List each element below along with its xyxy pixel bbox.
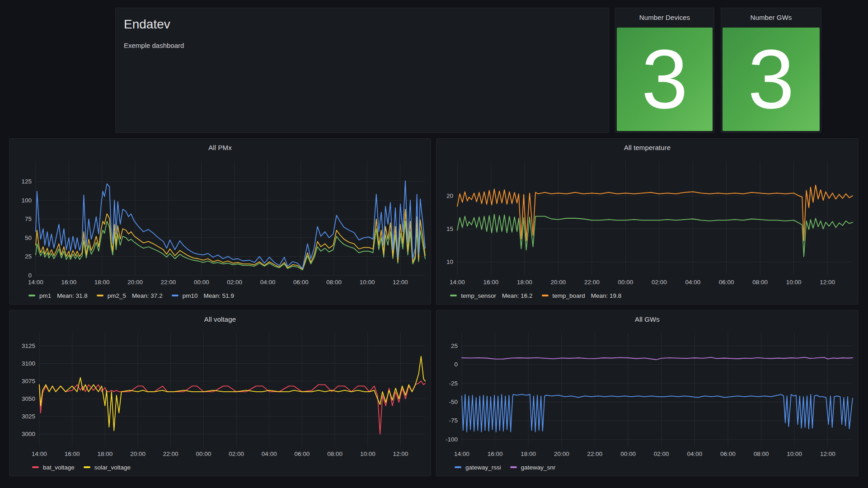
- svg-text:20:00: 20:00: [551, 279, 566, 286]
- panel-title-number-devices[interactable]: Number Devices: [615, 8, 714, 27]
- legend-item-solar_voltage[interactable]: solar_voltage: [84, 464, 131, 471]
- svg-text:22:00: 22:00: [587, 450, 603, 457]
- legend-series-name: gateway_snr: [521, 464, 556, 471]
- legend-swatch: [84, 466, 90, 468]
- chart-canvas-all-pmx[interactable]: 025507510012514:0016:0018:0020:0022:0000…: [9, 156, 431, 290]
- svg-text:18:00: 18:00: [517, 279, 532, 286]
- svg-text:3050: 3050: [22, 395, 35, 402]
- svg-text:0: 0: [454, 361, 458, 368]
- chart-legend-all-voltage: bat_voltagesolar_voltage: [9, 462, 431, 472]
- stat-panel-number-gws: Number GWs 3: [721, 8, 821, 133]
- svg-text:02:00: 02:00: [652, 279, 667, 286]
- svg-text:02:00: 02:00: [229, 450, 244, 457]
- svg-text:-50: -50: [449, 399, 458, 405]
- svg-text:3025: 3025: [22, 413, 35, 420]
- svg-text:125: 125: [21, 178, 32, 185]
- svg-text:04:00: 04:00: [687, 450, 702, 457]
- svg-text:22:00: 22:00: [161, 279, 176, 286]
- chart-panel-all-gws: All GWs 250-25-50-75-10014:0016:0018:002…: [436, 310, 859, 476]
- svg-text:02:00: 02:00: [654, 450, 669, 457]
- svg-text:3000: 3000: [22, 431, 35, 437]
- svg-text:12:00: 12:00: [393, 279, 408, 286]
- chart-canvas-all-temperature[interactable]: 10152014:0016:0018:0020:0022:0000:0002:0…: [436, 156, 858, 290]
- svg-text:-25: -25: [449, 380, 458, 387]
- stat-value-number-gws: 3: [748, 38, 794, 121]
- svg-text:00:00: 00:00: [194, 279, 209, 286]
- stat-value-background: 3: [723, 28, 820, 131]
- chart-panel-all-pmx: All PMx 025507510012514:0016:0018:0020:0…: [9, 138, 431, 305]
- legend-series-name: pm10: [183, 292, 198, 299]
- panel-title-all-gws[interactable]: All GWs: [436, 310, 858, 328]
- svg-text:12:00: 12:00: [820, 450, 835, 457]
- svg-text:16:00: 16:00: [65, 450, 80, 457]
- legend-series-mean: Mean: 31.8: [57, 292, 88, 299]
- stat-value-background: 3: [617, 28, 713, 131]
- legend-item-temp_sensor[interactable]: temp_sensorMean: 16.2: [450, 292, 533, 299]
- legend-item-pm2_5[interactable]: pm2_5Mean: 37.2: [97, 292, 163, 299]
- legend-series-mean: Mean: 16.2: [502, 292, 533, 299]
- svg-text:00:00: 00:00: [620, 450, 636, 457]
- svg-text:20: 20: [446, 192, 453, 199]
- stat-value-number-devices: 3: [642, 38, 688, 121]
- svg-text:10: 10: [446, 258, 453, 265]
- svg-text:06:00: 06:00: [719, 279, 734, 286]
- svg-text:14:00: 14:00: [32, 450, 47, 457]
- legend-item-bat_voltage[interactable]: bat_voltage: [32, 464, 75, 471]
- chart-legend-all-gws: gateway_rssigateway_snr: [436, 462, 858, 472]
- svg-text:14:00: 14:00: [28, 279, 43, 286]
- panel-title-number-gws[interactable]: Number GWs: [721, 8, 821, 27]
- legend-series-name: pm1: [39, 292, 51, 299]
- panel-title-all-voltage[interactable]: All voltage: [9, 310, 431, 328]
- svg-text:00:00: 00:00: [196, 450, 211, 457]
- panel-title-all-temperature[interactable]: All temperature: [436, 139, 858, 156]
- legend-swatch: [510, 466, 517, 468]
- svg-text:25: 25: [451, 343, 458, 349]
- legend-series-name: bat_voltage: [43, 464, 75, 471]
- chart-legend-all-temperature: temp_sensorMean: 16.2temp_boardMean: 19.…: [436, 291, 858, 300]
- legend-item-gateway_snr[interactable]: gateway_snr: [510, 464, 556, 471]
- svg-text:3100: 3100: [22, 360, 35, 367]
- svg-text:3075: 3075: [22, 378, 35, 385]
- svg-text:08:00: 08:00: [754, 450, 769, 457]
- chart-canvas-all-gws[interactable]: 250-25-50-75-10014:0016:0018:0020:0022:0…: [436, 328, 858, 461]
- dashboard: Endatev Exemple dashboard Number Devices…: [0, 0, 868, 488]
- svg-text:02:00: 02:00: [227, 279, 242, 286]
- legend-swatch: [172, 295, 178, 296]
- svg-text:08:00: 08:00: [327, 450, 343, 457]
- panel-title-all-pmx[interactable]: All PMx: [9, 139, 431, 156]
- svg-text:16:00: 16:00: [488, 450, 503, 457]
- chart-panel-all-voltage: All voltage 30003025305030753100312514:0…: [9, 310, 431, 476]
- text-panel: Endatev Exemple dashboard: [115, 8, 609, 133]
- svg-text:08:00: 08:00: [326, 279, 342, 286]
- legend-item-pm1[interactable]: pm1Mean: 31.8: [28, 292, 88, 299]
- legend-item-pm10[interactable]: pm10Mean: 51.9: [172, 292, 234, 299]
- legend-swatch: [455, 466, 461, 468]
- svg-text:04:00: 04:00: [685, 279, 700, 286]
- svg-text:04:00: 04:00: [260, 279, 276, 286]
- legend-swatch: [32, 466, 39, 468]
- legend-item-gateway_rssi[interactable]: gateway_rssi: [455, 464, 501, 471]
- svg-text:15: 15: [446, 225, 453, 232]
- svg-text:12:00: 12:00: [393, 450, 408, 457]
- svg-text:06:00: 06:00: [295, 450, 310, 457]
- legend-series-name: temp_board: [553, 292, 585, 299]
- svg-text:0: 0: [28, 272, 32, 279]
- chart-canvas-all-voltage[interactable]: 30003025305030753100312514:0016:0018:002…: [9, 328, 431, 461]
- svg-text:16:00: 16:00: [61, 279, 76, 286]
- legend-series-name: gateway_rssi: [465, 464, 501, 471]
- svg-text:-100: -100: [446, 436, 458, 443]
- svg-text:100: 100: [21, 197, 32, 204]
- svg-text:18:00: 18:00: [521, 450, 536, 457]
- svg-text:18:00: 18:00: [97, 450, 113, 457]
- svg-text:12:00: 12:00: [820, 279, 835, 286]
- legend-swatch: [97, 295, 103, 296]
- legend-series-name: temp_sensor: [461, 292, 496, 299]
- svg-text:18:00: 18:00: [94, 279, 110, 286]
- legend-series-name: pm2_5: [108, 292, 126, 299]
- dashboard-title: Endatev: [124, 17, 601, 32]
- svg-text:3125: 3125: [22, 343, 35, 349]
- svg-text:10:00: 10:00: [360, 450, 375, 457]
- svg-text:14:00: 14:00: [454, 450, 469, 457]
- svg-text:04:00: 04:00: [262, 450, 277, 457]
- legend-item-temp_board[interactable]: temp_boardMean: 19.8: [542, 292, 622, 299]
